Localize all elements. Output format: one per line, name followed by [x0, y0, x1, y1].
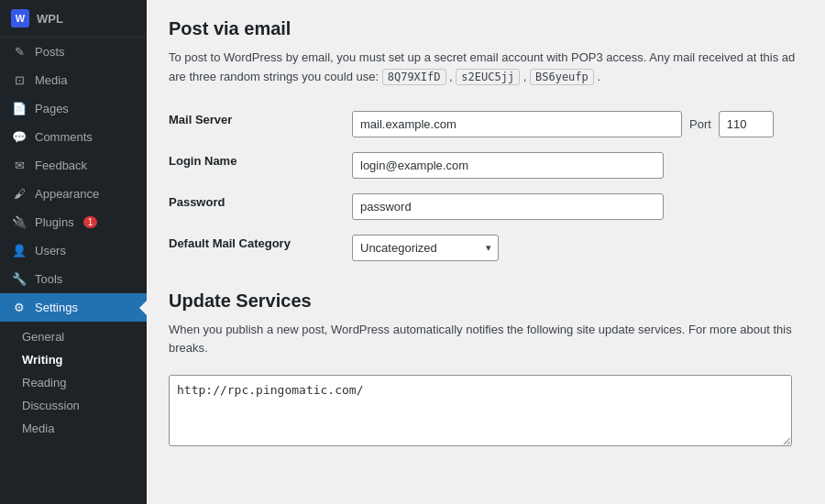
mail-server-field-group: Port: [352, 111, 803, 137]
submenu-item-discussion[interactable]: Discussion: [0, 394, 147, 417]
port-input[interactable]: [719, 111, 774, 137]
sidebar-item-appearance[interactable]: 🖌 Appearance: [0, 180, 147, 208]
update-services-textarea[interactable]: http://rpc.pingomatic.com/: [169, 375, 792, 446]
submenu-item-writing[interactable]: Writing: [0, 348, 147, 371]
update-services-description: When you publish a new post, WordPress a…: [169, 321, 803, 359]
login-row: Login Name: [169, 145, 803, 186]
sidebar-item-label: Appearance: [35, 187, 99, 201]
login-input[interactable]: [352, 152, 664, 179]
random-string-3: BS6yeufp: [530, 69, 594, 85]
sidebar-item-users[interactable]: 👤 Users: [0, 236, 147, 265]
wp-logo-icon: W: [11, 9, 29, 27]
sidebar-item-comments[interactable]: 💬 Comments: [0, 123, 147, 151]
port-label: Port: [689, 117, 711, 131]
post-via-email-title: Post via email: [169, 18, 803, 39]
sidebar-item-label: Posts: [35, 45, 65, 59]
sidebar-item-label: Media: [35, 73, 67, 87]
sidebar-item-label: Plugins: [35, 215, 74, 229]
random-string-2: s2EUC5jj: [456, 69, 520, 85]
comments-icon: 💬: [11, 130, 28, 144]
random-string-1: 8Q79XIfD: [382, 69, 446, 85]
tools-icon: 🔧: [11, 272, 28, 286]
settings-submenu: General Writing Reading Discussion Media: [0, 322, 147, 444]
sidebar-item-plugins[interactable]: 🔌 Plugins 1: [0, 208, 147, 236]
category-select[interactable]: Uncategorized: [352, 235, 499, 261]
feedback-icon: ✉: [11, 159, 28, 172]
plugins-badge: 1: [83, 216, 98, 228]
pages-icon: 📄: [11, 102, 28, 115]
category-select-wrapper: Uncategorized ▾: [352, 235, 499, 261]
sidebar-item-feedback[interactable]: ✉ Feedback: [0, 151, 147, 180]
plugins-icon: 🔌: [11, 215, 28, 229]
active-arrow: [139, 301, 147, 315]
main-content: Post via email To post to WordPress by e…: [147, 0, 825, 504]
sidebar-item-label: Settings: [35, 301, 78, 314]
sidebar-item-posts[interactable]: ✎ Posts: [0, 38, 147, 66]
post-email-form: Mail Server Port Login Name Password Def…: [169, 104, 803, 268]
category-row: Default Mail Category Uncategorized ▾: [169, 227, 803, 268]
password-row: Password: [169, 186, 803, 227]
sidebar-item-label: Tools: [35, 272, 62, 286]
media-icon: ⊡: [11, 73, 28, 87]
post-via-email-description: To post to WordPress by email, you must …: [169, 49, 803, 87]
submenu-item-media[interactable]: Media: [0, 417, 147, 440]
sidebar-logo[interactable]: W WPL: [0, 0, 147, 38]
settings-icon: ⚙: [11, 301, 28, 314]
mail-server-input[interactable]: [352, 111, 682, 137]
login-label: Login Name: [169, 145, 352, 186]
mail-server-row: Mail Server Port: [169, 104, 803, 145]
sidebar-item-label: Pages: [35, 102, 69, 115]
submenu-item-reading[interactable]: Reading: [0, 371, 147, 394]
sidebar-item-settings[interactable]: ⚙ Settings: [0, 293, 147, 322]
password-input[interactable]: [352, 193, 664, 220]
sidebar-item-label: Feedback: [35, 159, 87, 172]
sidebar-item-tools[interactable]: 🔧 Tools: [0, 265, 147, 293]
category-label: Default Mail Category: [169, 227, 352, 268]
password-label: Password: [169, 186, 352, 227]
sidebar-item-media[interactable]: ⊡ Media: [0, 66, 147, 94]
appearance-icon: 🖌: [11, 187, 28, 201]
sidebar-item-label: Users: [35, 244, 66, 257]
sidebar-item-label: Comments: [35, 130, 93, 144]
mail-server-label: Mail Server: [169, 104, 352, 145]
sidebar-logo-label: WPL: [37, 12, 63, 26]
users-icon: 👤: [11, 244, 28, 257]
update-services-title: Update Services: [169, 290, 803, 312]
submenu-item-general[interactable]: General: [0, 325, 147, 348]
sidebar: W WPL ✎ Posts ⊡ Media 📄 Pages 💬 Comments…: [0, 0, 147, 504]
sidebar-item-pages[interactable]: 📄 Pages: [0, 94, 147, 123]
posts-icon: ✎: [11, 45, 28, 59]
